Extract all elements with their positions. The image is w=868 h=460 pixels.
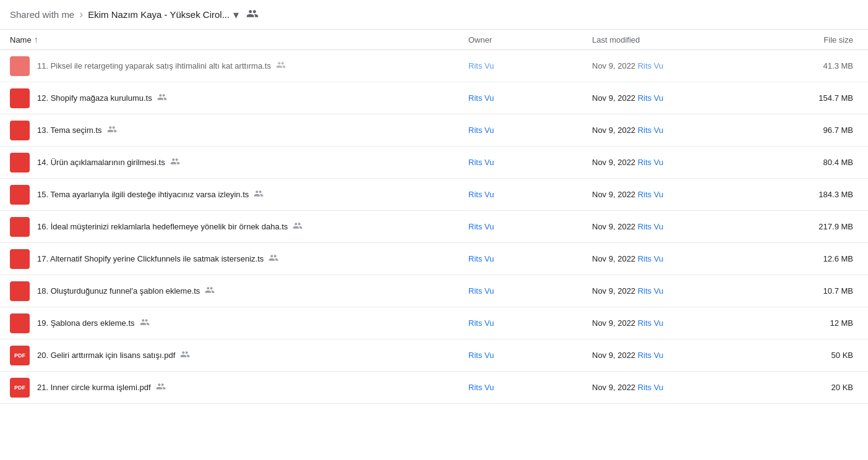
file-owner[interactable]: Rits Vu xyxy=(468,254,592,263)
table-row[interactable]: 16. İdeal müşterinizi reklamlarla hedefl… xyxy=(0,211,868,243)
shared-icon xyxy=(140,317,150,330)
file-owner[interactable]: Rits Vu xyxy=(468,351,592,360)
shared-icon xyxy=(254,189,264,201)
file-owner[interactable]: Rits Vu xyxy=(468,383,592,392)
file-owner[interactable]: Rits Vu xyxy=(468,61,592,70)
file-icon xyxy=(10,217,30,237)
file-owner[interactable]: Rits Vu xyxy=(468,222,592,231)
table-row[interactable]: 14. Ürün açıklamalarının girilmesi.ts Ri… xyxy=(0,147,868,179)
breadcrumb-home[interactable]: Shared with me xyxy=(10,9,74,20)
file-size: 96.7 MB xyxy=(765,126,858,135)
file-size: 41.3 MB xyxy=(765,61,858,70)
file-owner[interactable]: Rits Vu xyxy=(468,93,592,103)
column-owner[interactable]: Owner xyxy=(468,35,592,45)
file-name-cell: 15. Tema ayarlarıyla ilgili desteğe ihti… xyxy=(10,185,468,205)
file-name: 16. İdeal müşterinizi reklamlarla hedefl… xyxy=(37,222,288,231)
file-name-cell: PDF 21. Inner circle kurma işlemi.pdf xyxy=(10,378,468,398)
file-size: 217.9 MB xyxy=(765,222,858,231)
file-modified: Nov 9, 2022 Rits Vu xyxy=(592,351,765,360)
file-size: 10.7 MB xyxy=(765,286,858,296)
table-row[interactable]: PDF 20. Geliri arttırmak için lisans sat… xyxy=(0,339,868,372)
shared-icon xyxy=(205,285,215,297)
file-name-cell: 12. Shopify mağaza kurulumu.ts xyxy=(10,88,468,108)
column-last-modified[interactable]: Last modified xyxy=(592,35,765,45)
shared-icon xyxy=(156,381,166,394)
file-name: 11. Piksel ile retargeting yaparak satış… xyxy=(37,61,271,70)
file-icon xyxy=(10,153,30,172)
file-icon xyxy=(10,56,30,76)
table-header: Name ↑ Owner Last modified File size xyxy=(0,30,868,50)
column-name[interactable]: Name ↑ xyxy=(10,35,468,45)
file-modified: Nov 9, 2022 Rits Vu xyxy=(592,286,765,296)
file-modified: Nov 9, 2022 Rits Vu xyxy=(592,61,765,70)
shared-icon xyxy=(157,92,167,104)
table-row[interactable]: 15. Tema ayarlarıyla ilgili desteğe ihti… xyxy=(0,179,868,211)
file-icon xyxy=(10,281,30,301)
table-row[interactable]: 12. Shopify mağaza kurulumu.ts Rits Vu N… xyxy=(0,82,868,114)
file-name: 20. Geliri arttırmak için lisans satışı.… xyxy=(37,351,175,360)
file-size: 20 KB xyxy=(765,383,858,392)
shared-icon xyxy=(276,60,286,72)
file-name-cell: 14. Ürün açıklamalarının girilmesi.ts xyxy=(10,153,468,172)
breadcrumb-people-icon[interactable] xyxy=(246,7,259,22)
file-name: 12. Shopify mağaza kurulumu.ts xyxy=(37,93,152,103)
file-name: 17. Alternatif Shopify yerine Clickfunne… xyxy=(37,254,264,263)
file-modified: Nov 9, 2022 Rits Vu xyxy=(592,383,765,392)
file-icon: PDF xyxy=(10,346,30,365)
file-name: 18. Oluşturduğunuz funnel'a şablon eklem… xyxy=(37,286,200,296)
file-size: 80.4 MB xyxy=(765,158,858,167)
file-modified: Nov 9, 2022 Rits Vu xyxy=(592,254,765,263)
file-name-cell: PDF 20. Geliri arttırmak için lisans sat… xyxy=(10,346,468,365)
file-name-cell: 13. Tema seçim.ts xyxy=(10,121,468,140)
breadcrumb-folder-name: Ekim Nazım Kaya - Yüksek Cirol... xyxy=(88,9,230,20)
file-name: 15. Tema ayarlarıyla ilgili desteğe ihti… xyxy=(37,190,249,199)
table-row[interactable]: 19. Şablona ders ekleme.ts Rits Vu Nov 9… xyxy=(0,307,868,339)
sort-icon: ↑ xyxy=(34,35,38,45)
file-size: 50 KB xyxy=(765,351,858,360)
file-name-cell: 19. Şablona ders ekleme.ts xyxy=(10,313,468,333)
file-modified: Nov 9, 2022 Rits Vu xyxy=(592,222,765,231)
file-size: 184.3 MB xyxy=(765,190,858,199)
file-name: 19. Şablona ders ekleme.ts xyxy=(37,318,135,328)
file-owner[interactable]: Rits Vu xyxy=(468,190,592,199)
file-size: 12.6 MB xyxy=(765,254,858,263)
breadcrumb-current-folder[interactable]: Ekim Nazım Kaya - Yüksek Cirol... ▾ xyxy=(88,8,239,22)
shared-icon xyxy=(180,349,190,362)
file-name-cell: 17. Alternatif Shopify yerine Clickfunne… xyxy=(10,249,468,269)
file-modified: Nov 9, 2022 Rits Vu xyxy=(592,158,765,167)
file-list: 11. Piksel ile retargeting yaparak satış… xyxy=(0,50,868,404)
file-modified: Nov 9, 2022 Rits Vu xyxy=(592,318,765,328)
file-name: 21. Inner circle kurma işlemi.pdf xyxy=(37,383,151,392)
file-name-cell: 11. Piksel ile retargeting yaparak satış… xyxy=(10,56,468,76)
shared-icon xyxy=(269,253,278,265)
file-icon xyxy=(10,121,30,140)
file-owner[interactable]: Rits Vu xyxy=(468,126,592,135)
file-owner[interactable]: Rits Vu xyxy=(468,286,592,296)
file-name-cell: 16. İdeal müşterinizi reklamlarla hedefl… xyxy=(10,217,468,237)
table-row[interactable]: 18. Oluşturduğunuz funnel'a şablon eklem… xyxy=(0,275,868,307)
file-name-cell: 18. Oluşturduğunuz funnel'a şablon eklem… xyxy=(10,281,468,301)
file-icon xyxy=(10,88,30,108)
file-name: 13. Tema seçim.ts xyxy=(37,126,102,135)
file-icon xyxy=(10,185,30,205)
file-icon xyxy=(10,249,30,269)
breadcrumb-separator: › xyxy=(79,8,83,21)
file-owner[interactable]: Rits Vu xyxy=(468,158,592,167)
table-row[interactable]: 17. Alternatif Shopify yerine Clickfunne… xyxy=(0,243,868,275)
shared-icon xyxy=(293,221,303,233)
shared-icon xyxy=(107,124,117,137)
file-icon xyxy=(10,313,30,333)
column-file-size[interactable]: File size xyxy=(765,35,858,45)
table-row[interactable]: 13. Tema seçim.ts Rits Vu Nov 9, 2022 Ri… xyxy=(0,114,868,147)
breadcrumb: Shared with me › Ekim Nazım Kaya - Yükse… xyxy=(0,0,868,30)
table-row[interactable]: 11. Piksel ile retargeting yaparak satış… xyxy=(0,50,868,82)
shared-icon xyxy=(170,156,180,169)
file-icon: PDF xyxy=(10,378,30,398)
file-size: 154.7 MB xyxy=(765,93,858,103)
file-owner[interactable]: Rits Vu xyxy=(468,318,592,328)
file-size: 12 MB xyxy=(765,318,858,328)
breadcrumb-dropdown-icon[interactable]: ▾ xyxy=(233,8,239,22)
file-name: 14. Ürün açıklamalarının girilmesi.ts xyxy=(37,158,165,167)
table-row[interactable]: PDF 21. Inner circle kurma işlemi.pdf Ri… xyxy=(0,372,868,404)
file-modified: Nov 9, 2022 Rits Vu xyxy=(592,126,765,135)
